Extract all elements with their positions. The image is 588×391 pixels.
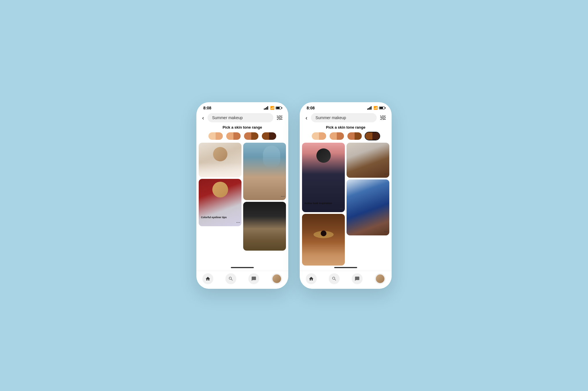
pin-braids[interactable]: ··· <box>347 143 389 178</box>
skin-tone-1-right[interactable] <box>311 132 327 140</box>
status-bar-left: 8:08 📶 <box>196 102 288 111</box>
nav-search-left[interactable] <box>225 273 236 284</box>
skin-tone-title-right: Pick a skin tone range <box>304 125 387 129</box>
search-input-left[interactable]: Summer makeup <box>208 113 273 122</box>
skin-tone-4-right[interactable] <box>365 132 380 140</box>
nav-profile-right[interactable] <box>375 273 386 284</box>
skin-tone-2-right[interactable] <box>329 132 345 140</box>
bottom-nav-right <box>300 271 392 289</box>
phones-container: 8:08 📶 ‹ Summer makeup <box>196 102 392 289</box>
pin-active-look[interactable]: Active look inspiration ··· <box>302 143 345 212</box>
skin-tone-2-left[interactable] <box>226 132 241 140</box>
skin-tone-options-right <box>304 132 387 140</box>
bottom-nav-left <box>196 271 288 289</box>
status-icons-left: 📶 <box>264 106 281 110</box>
search-icon-left <box>228 276 233 281</box>
wifi-icon-left: 📶 <box>270 106 274 110</box>
nav-profile-left[interactable] <box>271 273 282 284</box>
search-bar-left: ‹ Summer makeup <box>196 111 288 124</box>
pin-more-active[interactable]: ··· <box>340 206 344 210</box>
svg-point-11 <box>381 119 383 120</box>
chat-icon-left <box>251 276 256 281</box>
nav-chat-right[interactable] <box>352 273 363 284</box>
home-icon-left <box>205 276 210 281</box>
pin-red-bg[interactable]: Colorful eyeliner tips ··· <box>199 179 241 226</box>
battery-icon-right <box>379 107 385 109</box>
skin-tone-section-right: Pick a skin tone range <box>300 124 392 143</box>
pin-blue-outfit[interactable]: ··· <box>347 179 389 235</box>
skin-tone-title-left: Pick a skin tone range <box>201 125 284 129</box>
pin-more-blue[interactable]: ··· <box>384 229 388 234</box>
phone-right: 8:08 📶 ‹ Summer makeup <box>300 102 392 289</box>
skin-tone-4-left[interactable] <box>261 132 277 140</box>
skin-tone-options-left <box>201 132 284 140</box>
search-bar-right: ‹ Summer makeup <box>300 111 392 124</box>
signal-icon-left <box>264 106 268 110</box>
home-icon-right <box>309 276 314 281</box>
nav-home-right[interactable] <box>306 273 317 284</box>
back-button-right[interactable]: ‹ <box>304 113 309 122</box>
filter-button-right[interactable] <box>379 114 387 122</box>
status-bar-right: 8:08 📶 <box>300 102 392 111</box>
status-time-right: 8:08 <box>307 106 315 110</box>
wifi-icon-right: 📶 <box>374 106 378 110</box>
battery-icon-left <box>276 107 281 109</box>
svg-point-10 <box>383 117 385 119</box>
svg-point-9 <box>381 115 382 117</box>
search-icon-right <box>332 276 337 281</box>
phone-left: 8:08 📶 ‹ Summer makeup <box>196 102 288 289</box>
pin-more-red[interactable]: ··· <box>236 220 240 224</box>
status-icons-right: 📶 <box>367 106 385 110</box>
svg-point-3 <box>277 115 279 117</box>
skin-tone-3-right[interactable] <box>347 132 362 140</box>
search-input-right[interactable]: Summer makeup <box>311 113 377 122</box>
scroll-indicator-right <box>334 267 357 268</box>
status-time-left: 8:08 <box>203 106 211 110</box>
pin-more-face[interactable]: ··· <box>281 194 285 198</box>
nav-search-right[interactable] <box>329 273 340 284</box>
chat-icon-right <box>355 276 360 281</box>
pin-close-face[interactable]: ··· <box>243 143 286 200</box>
nav-chat-left[interactable] <box>248 273 259 284</box>
skin-tone-1-left[interactable] <box>208 132 223 140</box>
svg-point-5 <box>278 119 280 120</box>
skin-tone-3-left[interactable] <box>243 132 259 140</box>
scroll-indicator-left <box>231 267 254 268</box>
signal-icon-right <box>367 106 372 110</box>
pin-more-braids[interactable]: ··· <box>384 172 388 176</box>
filter-button-left[interactable] <box>276 114 284 122</box>
filter-icon-right <box>380 115 386 120</box>
nav-home-left[interactable] <box>202 273 213 284</box>
filter-icon-left <box>277 115 283 120</box>
pin-bald-woman[interactable] <box>199 143 241 177</box>
svg-point-4 <box>280 117 282 119</box>
pin-eye-close[interactable] <box>243 202 286 251</box>
skin-tone-section-left: Pick a skin tone range <box>196 124 288 143</box>
pin-brown-eye[interactable] <box>302 214 345 266</box>
back-button-left[interactable]: ‹ <box>201 113 205 122</box>
